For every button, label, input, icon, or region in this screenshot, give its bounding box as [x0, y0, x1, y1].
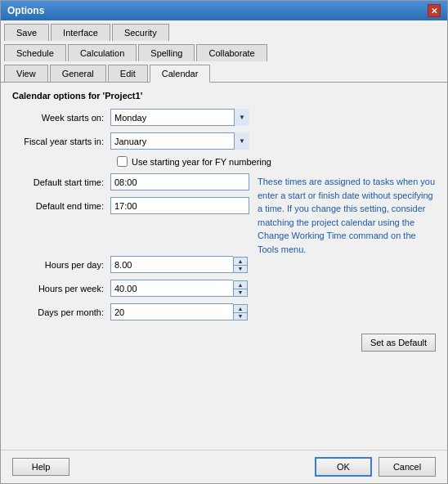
- times-section: Default start time: Default end time: Th…: [12, 173, 436, 256]
- fiscal-year-select[interactable]: January February March April May June Ju…: [110, 132, 249, 150]
- days-per-month-down-button[interactable]: ▼: [233, 312, 248, 320]
- hours-per-day-spinner-buttons: ▲ ▼: [233, 257, 248, 273]
- hours-per-day-down-button[interactable]: ▼: [233, 265, 248, 273]
- end-time-input[interactable]: [110, 197, 249, 214]
- dialog-title: Options: [7, 5, 44, 16]
- tabs-row-1: Save Interface Security: [1, 20, 447, 41]
- tab-general[interactable]: General: [50, 65, 106, 82]
- info-text: These times are assigned to tasks when y…: [258, 175, 436, 256]
- bottom-bar: Help OK Cancel: [1, 450, 447, 483]
- start-time-label: Default start time:: [12, 177, 110, 187]
- tabs-container: Save Interface Security Schedule Calcula…: [1, 20, 447, 83]
- week-starts-on-select[interactable]: Monday Tuesday Wednesday Thursday Friday…: [110, 109, 249, 126]
- hours-per-week-spinner-buttons: ▲ ▼: [233, 280, 248, 297]
- ok-button[interactable]: OK: [315, 457, 372, 477]
- tab-schedule[interactable]: Schedule: [4, 44, 66, 61]
- hours-per-week-spinner: ▲ ▼: [110, 280, 248, 297]
- tab-security[interactable]: Security: [112, 24, 169, 41]
- use-starting-year-label: Use starting year for FY numbering: [132, 157, 271, 167]
- close-button[interactable]: ✕: [428, 4, 441, 17]
- fiscal-year-group: Fiscal year starts in: January February …: [12, 132, 436, 150]
- hours-per-day-input[interactable]: [110, 256, 233, 273]
- tab-calendar[interactable]: Calendar: [150, 65, 211, 83]
- tabs-row-3: View General Edit Calendar: [1, 61, 447, 82]
- set-default-container: Set as Default: [12, 334, 436, 352]
- days-per-month-input[interactable]: [110, 303, 233, 320]
- tab-interface[interactable]: Interface: [51, 24, 110, 41]
- tab-edit[interactable]: Edit: [108, 65, 148, 82]
- options-dialog: Options ✕ Save Interface Security Schedu…: [0, 0, 448, 484]
- hours-per-day-label: Hours per day:: [12, 260, 110, 270]
- hours-per-week-input[interactable]: [110, 280, 233, 297]
- hours-per-day-up-button[interactable]: ▲: [233, 257, 248, 265]
- hours-per-day-group: Hours per day: ▲ ▼: [12, 256, 436, 273]
- tabs-row-2: Schedule Calculation Spelling Collaborat…: [1, 41, 447, 61]
- content-area: Calendar options for 'Project1' Week sta…: [1, 83, 447, 450]
- help-button[interactable]: Help: [12, 458, 69, 476]
- end-time-label: Default end time:: [12, 201, 110, 211]
- section-title: Calendar options for 'Project1': [12, 91, 436, 101]
- days-per-month-spinner-buttons: ▲ ▼: [233, 304, 248, 320]
- tab-view[interactable]: View: [4, 65, 48, 82]
- tab-calculation[interactable]: Calculation: [68, 44, 137, 61]
- left-column: Default start time: Default end time:: [12, 173, 249, 221]
- hours-per-week-up-button[interactable]: ▲: [233, 280, 248, 289]
- ok-cancel-group: OK Cancel: [315, 457, 436, 477]
- title-bar: Options ✕: [1, 1, 447, 20]
- fiscal-year-wrapper: January February March April May June Ju…: [110, 132, 249, 150]
- days-per-month-spinner: ▲ ▼: [110, 303, 248, 320]
- cancel-button[interactable]: Cancel: [379, 457, 436, 477]
- start-time-group: Default start time:: [12, 173, 249, 190]
- week-starts-on-label: Week starts on:: [12, 113, 110, 123]
- hours-per-week-label: Hours per week:: [12, 284, 110, 294]
- use-starting-year-checkbox[interactable]: [117, 156, 128, 167]
- tab-collaborate[interactable]: Collaborate: [196, 44, 267, 61]
- days-per-month-group: Days per month: ▲ ▼: [12, 303, 436, 320]
- week-starts-on-group: Week starts on: Monday Tuesday Wednesday…: [12, 109, 436, 126]
- hours-per-week-down-button[interactable]: ▼: [233, 289, 248, 297]
- tab-spelling[interactable]: Spelling: [138, 44, 195, 61]
- hours-per-day-spinner: ▲ ▼: [110, 256, 248, 273]
- days-per-month-up-button[interactable]: ▲: [233, 304, 248, 312]
- hours-per-week-group: Hours per week: ▲ ▼: [12, 280, 436, 297]
- use-starting-year-row: Use starting year for FY numbering: [117, 156, 436, 167]
- week-starts-on-wrapper: Monday Tuesday Wednesday Thursday Friday…: [110, 109, 249, 126]
- tab-save[interactable]: Save: [4, 24, 49, 41]
- start-time-input[interactable]: [110, 173, 249, 190]
- days-per-month-label: Days per month:: [12, 307, 110, 317]
- end-time-group: Default end time:: [12, 197, 249, 214]
- fiscal-year-label: Fiscal year starts in:: [12, 137, 110, 146]
- set-as-default-button[interactable]: Set as Default: [361, 334, 436, 352]
